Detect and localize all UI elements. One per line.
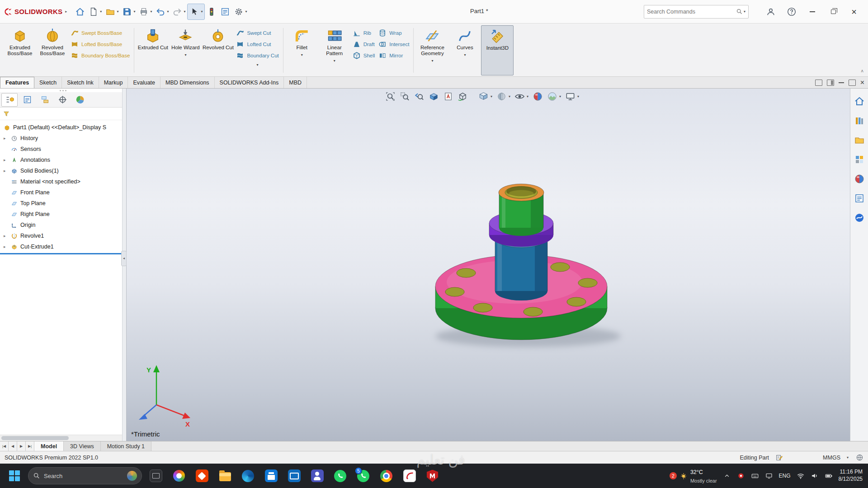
taskbar-app-desktop-app[interactable] — [146, 465, 165, 486]
apply-scene-caret-icon[interactable]: ▾ — [559, 94, 561, 99]
extruded-cut-button[interactable]: Extruded Cut — [137, 25, 169, 75]
section-view-button[interactable] — [429, 91, 439, 102]
home-button[interactable] — [73, 4, 87, 20]
revolved-cut-button[interactable]: Revolved Cut — [202, 25, 234, 75]
pane-split-right-icon[interactable] — [827, 80, 834, 86]
zoom-to-fit-button[interactable] — [385, 91, 396, 102]
expand-arrow-icon[interactable]: ▸ — [4, 234, 6, 238]
expand-arrow-icon[interactable]: ▸ — [4, 158, 6, 162]
tray-display-icon[interactable] — [765, 472, 773, 480]
battery-icon[interactable] — [825, 472, 833, 480]
hide-show-caret-icon[interactable]: ▾ — [527, 94, 528, 99]
taskbar-app-microsoft-365[interactable] — [193, 465, 211, 486]
tree-item-right-plane[interactable]: Right Plane — [0, 209, 126, 220]
taskbar-app-photos[interactable] — [170, 465, 188, 486]
tree-item-history[interactable]: ▸History — [0, 133, 126, 144]
search-icon[interactable] — [736, 8, 743, 15]
lofted-boss-base-button[interactable]: Lofted Boss/Base — [71, 40, 130, 48]
redo-caret-icon[interactable]: ▾ — [184, 9, 185, 14]
tab-3d-views[interactable]: 3D Views — [64, 441, 101, 451]
scrollbar-thumb[interactable] — [1, 436, 69, 440]
hide-show-items-button[interactable]: ▾ — [514, 91, 528, 102]
units-caret-icon[interactable]: ▾ — [847, 455, 849, 460]
document-minimize-icon[interactable] — [839, 82, 844, 83]
taskpane-appearances-button[interactable] — [853, 173, 866, 185]
revolved-boss-base-button[interactable]: Revolved Boss/Base — [36, 25, 69, 75]
taskpane-view-palette-button[interactable] — [853, 153, 866, 166]
edit-appearance-button[interactable] — [533, 91, 543, 102]
tree-item-origin[interactable]: Origin — [0, 220, 126, 230]
panel-collapse-handle[interactable]: ◂ — [121, 251, 127, 266]
fillet-button[interactable]: Fillet▾ — [286, 25, 318, 75]
taskbar-app-whatsapp-chat[interactable]: 5 — [354, 465, 373, 486]
taskbar-app-file-explorer[interactable] — [216, 465, 234, 486]
hole-wizard-caret-icon[interactable]: ▾ — [184, 52, 186, 58]
view-settings-caret-icon[interactable]: ▾ — [577, 94, 579, 99]
extruded-boss-base-button[interactable]: Extruded Boss/Base — [4, 25, 36, 75]
design-checker-button[interactable] — [205, 4, 218, 20]
open-button[interactable]: ▾ — [104, 4, 120, 20]
save-caret-icon[interactable]: ▾ — [133, 9, 135, 14]
wrap-button[interactable]: Wrap — [378, 29, 409, 37]
taskbar-app-edge[interactable] — [239, 465, 257, 486]
tree-item-material[interactable]: Material <not specified> — [0, 176, 126, 187]
instant3d-button[interactable]: Instant3D — [481, 25, 514, 75]
zoom-to-area-button[interactable] — [400, 91, 410, 102]
search-caret-icon[interactable]: ▾ — [744, 9, 745, 14]
account-button[interactable] — [760, 0, 781, 23]
file-properties-button[interactable] — [218, 4, 232, 20]
save-button[interactable]: ▾ — [120, 4, 137, 20]
rollback-bar[interactable] — [0, 253, 126, 254]
display-style-button[interactable]: ▾ — [496, 91, 510, 102]
wifi-icon[interactable] — [797, 472, 805, 480]
taskpane-forum-button[interactable] — [853, 211, 866, 224]
linear-pattern-caret-icon[interactable]: ▾ — [334, 58, 335, 64]
undo-caret-icon[interactable]: ▾ — [167, 9, 169, 14]
taskpane-file-explorer-button[interactable] — [853, 134, 866, 146]
tree-item-sensors[interactable]: Sensors — [0, 144, 126, 155]
view-settings-button[interactable]: ▾ — [565, 91, 579, 102]
taskbar-app-mcafee[interactable] — [423, 465, 442, 486]
tab-features[interactable]: Features — [0, 77, 34, 88]
search-highlight-icon[interactable] — [127, 471, 137, 481]
taskbar-app-microsoft-store[interactable] — [262, 465, 280, 486]
tab-mbd[interactable]: MBD — [284, 77, 307, 88]
expand-arrow-icon[interactable]: ▸ — [4, 169, 6, 173]
tree-item-annotations[interactable]: ▸Annotations — [0, 155, 126, 165]
rib-button[interactable]: Rib — [353, 29, 375, 37]
tab-propertymanager[interactable] — [19, 93, 35, 107]
language-indicator[interactable]: ENG — [779, 473, 791, 479]
open-caret-icon[interactable]: ▾ — [117, 9, 118, 14]
swept-cut-button[interactable]: Swept Cut — [236, 29, 278, 37]
volume-icon[interactable] — [811, 472, 819, 480]
select-caret-icon[interactable]: ▾ — [201, 9, 203, 14]
expand-arrow-icon[interactable]: ▸ — [4, 244, 6, 249]
tab-dimxpertmanager[interactable] — [54, 93, 71, 107]
tree-item-cut-extrude1[interactable]: ▸Cut-Extrude1 — [0, 241, 126, 252]
tab-mbd-dimensions[interactable]: MBD Dimensions — [160, 77, 215, 88]
view-orientation-button[interactable]: ▾ — [478, 91, 492, 102]
lofted-cut-button[interactable]: Lofted Cut — [236, 40, 278, 48]
tab-markup[interactable]: Markup — [99, 77, 128, 88]
clock[interactable]: 11:16 PM 8/12/2025 — [839, 469, 863, 483]
tree-item-front-plane[interactable]: Front Plane — [0, 187, 126, 198]
tab-evaluate[interactable]: Evaluate — [128, 77, 160, 88]
print-button[interactable]: ▾ — [137, 4, 154, 20]
view-orientation-caret-icon[interactable]: ▾ — [491, 94, 492, 99]
previous-view-button[interactable] — [414, 91, 425, 102]
weather-widget[interactable]: 2 32°CMostly clear — [670, 467, 717, 484]
tabs-scroll-left-button[interactable]: ◀ — [9, 441, 17, 451]
taskbar-app-outlook[interactable] — [285, 465, 303, 486]
document-close-icon[interactable]: × — [860, 79, 864, 87]
tree-item-solid-bodies[interactable]: ▸Solid Bodies(1) — [0, 165, 126, 176]
tray-keyboard-icon[interactable] — [751, 472, 759, 480]
close-window-button[interactable]: × — [844, 0, 864, 23]
tab-model[interactable]: Model — [34, 441, 64, 451]
units-value[interactable]: MMGS — [823, 455, 840, 461]
3d-drawing-view-button[interactable] — [458, 91, 468, 102]
boundary-boss-base-button[interactable]: Boundary Boss/Base — [71, 52, 130, 60]
options-caret-icon[interactable]: ▾ — [245, 9, 247, 14]
pane-split-left-icon[interactable] — [815, 80, 822, 86]
tab-configurationmanager[interactable] — [37, 93, 53, 107]
tab-motion-study-1[interactable]: Motion Study 1 — [101, 441, 151, 451]
